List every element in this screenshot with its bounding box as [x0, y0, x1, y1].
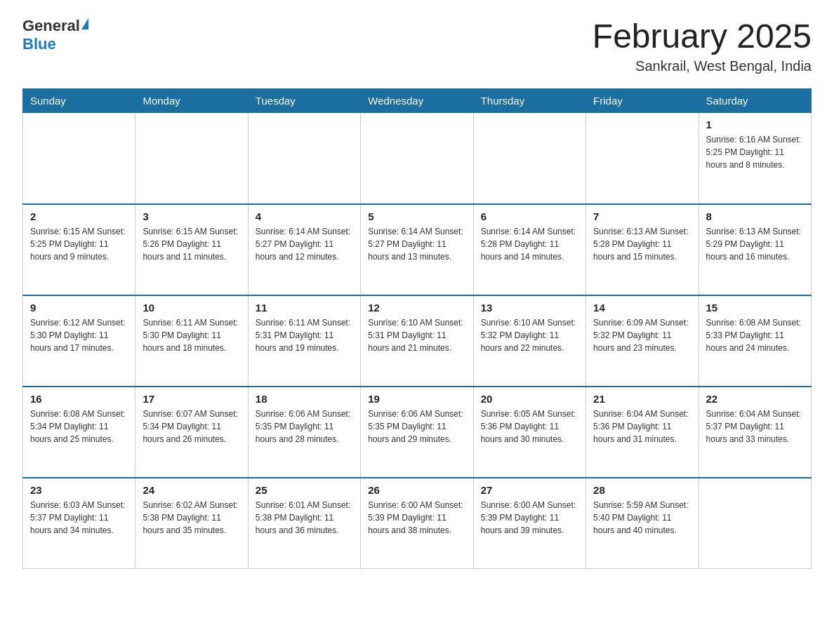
calendar-cell: 13Sunrise: 6:10 AM Sunset: 5:32 PM Dayli… [473, 295, 585, 387]
day-number: 10 [143, 302, 240, 314]
day-info: Sunrise: 6:08 AM Sunset: 5:34 PM Dayligh… [30, 408, 128, 445]
calendar-cell: 11Sunrise: 6:11 AM Sunset: 5:31 PM Dayli… [248, 295, 360, 387]
day-number: 27 [481, 484, 578, 496]
calendar-cell: 3Sunrise: 6:15 AM Sunset: 5:26 PM Daylig… [135, 204, 248, 295]
calendar-title: February 2025 [593, 17, 812, 55]
calendar-cell: 7Sunrise: 6:13 AM Sunset: 5:28 PM Daylig… [586, 204, 699, 295]
calendar-cell: 28Sunrise: 5:59 AM Sunset: 5:40 PM Dayli… [586, 478, 699, 569]
calendar-cell: 19Sunrise: 6:06 AM Sunset: 5:35 PM Dayli… [361, 387, 473, 478]
day-number: 26 [368, 484, 465, 496]
day-info: Sunrise: 6:04 AM Sunset: 5:36 PM Dayligh… [593, 408, 691, 445]
day-number: 23 [30, 484, 128, 496]
day-number: 22 [706, 393, 804, 405]
calendar-cell: 5Sunrise: 6:14 AM Sunset: 5:27 PM Daylig… [361, 204, 473, 295]
day-info: Sunrise: 6:00 AM Sunset: 5:39 PM Dayligh… [481, 499, 578, 537]
day-number: 19 [368, 393, 465, 405]
calendar-cell [23, 113, 135, 204]
day-info: Sunrise: 6:01 AM Sunset: 5:38 PM Dayligh… [256, 499, 353, 537]
calendar-subtitle: Sankrail, West Bengal, India [593, 58, 812, 74]
day-number: 9 [30, 302, 128, 314]
calendar-cell: 12Sunrise: 6:10 AM Sunset: 5:31 PM Dayli… [361, 295, 473, 387]
day-info: Sunrise: 6:13 AM Sunset: 5:29 PM Dayligh… [706, 225, 804, 263]
day-header-thursday: Thursday [473, 89, 585, 113]
calendar-cell: 22Sunrise: 6:04 AM Sunset: 5:37 PM Dayli… [699, 387, 811, 478]
calendar-cell [248, 113, 360, 204]
day-number: 24 [143, 484, 240, 496]
day-number: 17 [143, 393, 240, 405]
week-row-2: 2Sunrise: 6:15 AM Sunset: 5:25 PM Daylig… [23, 204, 812, 295]
calendar-cell: 27Sunrise: 6:00 AM Sunset: 5:39 PM Dayli… [473, 478, 585, 569]
day-number: 15 [706, 302, 804, 314]
day-info: Sunrise: 6:11 AM Sunset: 5:30 PM Dayligh… [143, 316, 240, 354]
day-number: 25 [256, 484, 353, 496]
day-info: Sunrise: 6:14 AM Sunset: 5:27 PM Dayligh… [256, 225, 353, 263]
week-row-3: 9Sunrise: 6:12 AM Sunset: 5:30 PM Daylig… [23, 295, 812, 387]
day-number: 8 [706, 210, 804, 222]
day-info: Sunrise: 5:59 AM Sunset: 5:40 PM Dayligh… [593, 499, 691, 537]
day-info: Sunrise: 6:16 AM Sunset: 5:25 PM Dayligh… [706, 133, 804, 171]
day-number: 13 [481, 302, 578, 314]
day-number: 18 [256, 393, 353, 405]
day-info: Sunrise: 6:13 AM Sunset: 5:28 PM Dayligh… [593, 225, 691, 263]
calendar-cell: 24Sunrise: 6:02 AM Sunset: 5:38 PM Dayli… [135, 478, 248, 569]
day-number: 20 [481, 393, 578, 405]
calendar-cell: 10Sunrise: 6:11 AM Sunset: 5:30 PM Dayli… [135, 295, 248, 387]
week-row-4: 16Sunrise: 6:08 AM Sunset: 5:34 PM Dayli… [23, 387, 812, 478]
day-info: Sunrise: 6:09 AM Sunset: 5:32 PM Dayligh… [593, 316, 691, 354]
calendar-cell: 14Sunrise: 6:09 AM Sunset: 5:32 PM Dayli… [586, 295, 699, 387]
day-number: 16 [30, 393, 128, 405]
calendar-table: SundayMondayTuesdayWednesdayThursdayFrid… [22, 88, 812, 569]
day-number: 7 [593, 210, 691, 222]
calendar-cell: 4Sunrise: 6:14 AM Sunset: 5:27 PM Daylig… [248, 204, 360, 295]
calendar-cell: 1Sunrise: 6:16 AM Sunset: 5:25 PM Daylig… [699, 113, 811, 204]
calendar-cell: 8Sunrise: 6:13 AM Sunset: 5:29 PM Daylig… [699, 204, 811, 295]
header: General Blue February 2025 Sankrail, Wes… [22, 17, 812, 74]
day-info: Sunrise: 6:06 AM Sunset: 5:35 PM Dayligh… [368, 408, 465, 445]
calendar-cell [473, 113, 585, 204]
day-number: 14 [593, 302, 691, 314]
calendar-cell: 6Sunrise: 6:14 AM Sunset: 5:28 PM Daylig… [473, 204, 585, 295]
calendar-cell: 18Sunrise: 6:06 AM Sunset: 5:35 PM Dayli… [248, 387, 360, 478]
day-info: Sunrise: 6:12 AM Sunset: 5:30 PM Dayligh… [30, 316, 128, 354]
day-number: 3 [143, 210, 240, 222]
day-info: Sunrise: 6:15 AM Sunset: 5:25 PM Dayligh… [30, 225, 128, 263]
logo-block: General Blue [22, 17, 88, 53]
week-row-1: 1Sunrise: 6:16 AM Sunset: 5:25 PM Daylig… [23, 113, 812, 204]
day-info: Sunrise: 6:06 AM Sunset: 5:35 PM Dayligh… [256, 408, 353, 445]
day-info: Sunrise: 6:03 AM Sunset: 5:37 PM Dayligh… [30, 499, 128, 537]
calendar-cell: 16Sunrise: 6:08 AM Sunset: 5:34 PM Dayli… [23, 387, 135, 478]
calendar-cell: 25Sunrise: 6:01 AM Sunset: 5:38 PM Dayli… [248, 478, 360, 569]
day-info: Sunrise: 6:14 AM Sunset: 5:28 PM Dayligh… [481, 225, 578, 263]
day-number: 4 [256, 210, 353, 222]
week-row-5: 23Sunrise: 6:03 AM Sunset: 5:37 PM Dayli… [23, 478, 812, 569]
day-number: 12 [368, 302, 465, 314]
day-info: Sunrise: 6:10 AM Sunset: 5:32 PM Dayligh… [481, 316, 578, 354]
day-number: 1 [706, 119, 804, 130]
calendar-cell [699, 478, 811, 569]
calendar-cell: 2Sunrise: 6:15 AM Sunset: 5:25 PM Daylig… [23, 204, 135, 295]
day-number: 21 [593, 393, 691, 405]
day-header-friday: Friday [586, 89, 699, 113]
day-number: 2 [30, 210, 128, 222]
day-header-saturday: Saturday [699, 89, 811, 113]
day-header-tuesday: Tuesday [248, 89, 360, 113]
calendar-cell: 21Sunrise: 6:04 AM Sunset: 5:36 PM Dayli… [586, 387, 699, 478]
logo-general: General [22, 17, 80, 35]
day-info: Sunrise: 6:00 AM Sunset: 5:39 PM Dayligh… [368, 499, 465, 537]
calendar-cell [586, 113, 699, 204]
calendar-cell: 15Sunrise: 6:08 AM Sunset: 5:33 PM Dayli… [699, 295, 811, 387]
day-number: 5 [368, 210, 465, 222]
day-number: 28 [593, 484, 691, 496]
header-row: SundayMondayTuesdayWednesdayThursdayFrid… [23, 89, 812, 113]
day-info: Sunrise: 6:04 AM Sunset: 5:37 PM Dayligh… [706, 408, 804, 445]
day-info: Sunrise: 6:05 AM Sunset: 5:36 PM Dayligh… [481, 408, 578, 445]
calendar-cell: 17Sunrise: 6:07 AM Sunset: 5:34 PM Dayli… [135, 387, 248, 478]
day-number: 6 [481, 210, 578, 222]
calendar-cell [361, 113, 473, 204]
logo-blue: Blue [22, 35, 56, 53]
day-header-monday: Monday [135, 89, 248, 113]
day-info: Sunrise: 6:14 AM Sunset: 5:27 PM Dayligh… [368, 225, 465, 263]
day-info: Sunrise: 6:02 AM Sunset: 5:38 PM Dayligh… [143, 499, 240, 537]
calendar-cell: 26Sunrise: 6:00 AM Sunset: 5:39 PM Dayli… [361, 478, 473, 569]
day-number: 11 [256, 302, 353, 314]
